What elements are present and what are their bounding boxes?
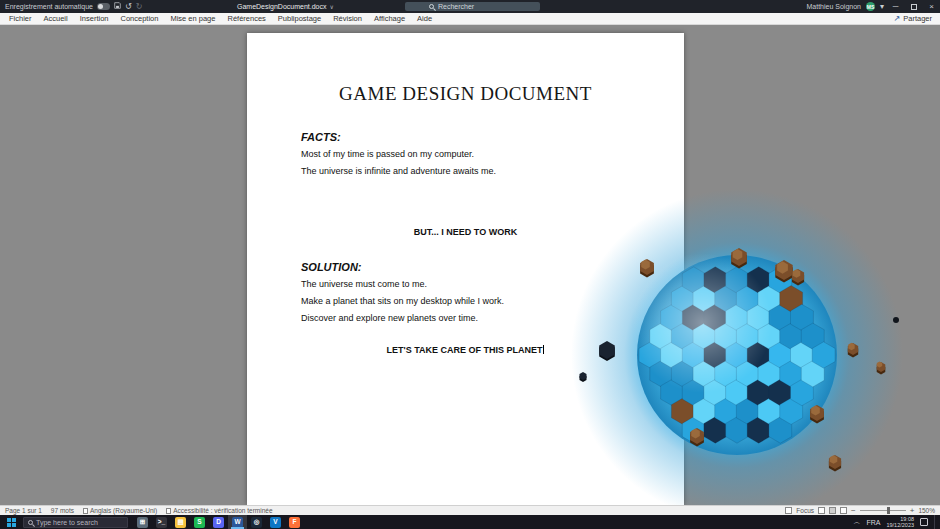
planet-widget[interactable] <box>552 173 924 505</box>
section-heading-facts: FACTS: <box>301 131 630 143</box>
zoom-in-button[interactable]: + <box>910 506 915 515</box>
share-button[interactable]: ↗ Partager <box>894 14 940 23</box>
share-icon: ↗ <box>894 14 901 23</box>
file-explorer-icon: ▤ <box>175 517 186 528</box>
autosave-toggle[interactable] <box>97 3 110 10</box>
taskbar-search-placeholder: Type here to search <box>36 519 98 526</box>
accessibility-label: Accessibilité : vérification terminée <box>173 507 272 514</box>
document-canvas: GAME DESIGN DOCUMENT FACTS: Most of my t… <box>0 25 940 505</box>
titlebar-right: Matthieu Soignon MS ▾ ─ × <box>807 0 939 13</box>
tab-conception[interactable]: Conception <box>114 13 164 25</box>
tab-fichier[interactable]: Fichier <box>3 13 38 25</box>
chevron-down-icon: ∨ <box>330 3 334 10</box>
quick-access-toolbar: Enregistrement automatique ↺ ↻ <box>5 0 142 13</box>
word-titlebar: Enregistrement automatique ↺ ↻ GameDesig… <box>0 0 940 13</box>
language-indicator[interactable]: Anglais (Royaume-Uni) <box>83 507 157 514</box>
statusbar-right: Focus − + 150% <box>785 506 935 515</box>
autosave-label: Enregistrement automatique <box>5 3 93 10</box>
tab-publipostage[interactable]: Publipostage <box>272 13 327 25</box>
zoom-slider[interactable] <box>860 510 906 511</box>
taskbar-app-vscode[interactable]: V <box>266 515 285 529</box>
taskbar-app-terminal[interactable]: >_ <box>152 515 171 529</box>
close-button[interactable]: × <box>925 0 938 13</box>
taskbar-app-discord[interactable]: D <box>209 515 228 529</box>
show-desktop-button[interactable] <box>934 515 938 529</box>
discord-icon: D <box>213 517 224 528</box>
search-icon <box>429 4 434 9</box>
taskbar-search[interactable]: Type here to search <box>23 517 128 528</box>
maximize-button[interactable] <box>907 0 920 13</box>
undo-icon[interactable]: ↺ <box>125 3 132 11</box>
tab-mise-en-page[interactable]: Mise en page <box>164 13 221 25</box>
share-label: Partager <box>903 14 932 23</box>
tab-accueil[interactable]: Accueil <box>38 13 74 25</box>
user-avatar[interactable]: MS <box>866 2 875 11</box>
zoom-slider-thumb[interactable] <box>887 507 890 514</box>
terminal-icon: >_ <box>156 517 167 528</box>
tab-affichage[interactable]: Affichage <box>368 13 411 25</box>
spellcheck-icon <box>83 508 88 514</box>
word-statusbar: Page 1 sur 1 97 mots Anglais (Royaume-Un… <box>0 505 940 515</box>
steam-icon: ◎ <box>251 517 262 528</box>
tab-revision[interactable]: Révision <box>327 13 368 25</box>
taskbar-apps: ⊞>_▤SDW◎VF <box>133 515 304 529</box>
tab-aide[interactable]: Aide <box>411 13 438 25</box>
tab-references[interactable]: Références <box>221 13 271 25</box>
taskbar-app-file-explorer[interactable]: ▤ <box>171 515 190 529</box>
document-title-text: GameDesignDocument.docx <box>237 3 327 10</box>
notification-center-icon[interactable] <box>920 518 928 526</box>
accessibility-status[interactable]: Accessibilité : vérification terminée <box>166 507 272 514</box>
minimize-button[interactable]: ─ <box>889 0 902 13</box>
save-icon[interactable] <box>114 2 121 11</box>
search-placeholder: Rechercher <box>438 3 474 10</box>
system-tray: ︿ FRA 19:08 19/12/2023 <box>853 515 940 529</box>
user-name[interactable]: Matthieu Soignon <box>807 3 861 10</box>
doc-heading: GAME DESIGN DOCUMENT <box>301 83 630 105</box>
taskbar-app-firefox[interactable]: F <box>285 515 304 529</box>
tray-language[interactable]: FRA <box>866 519 880 526</box>
ribbon-display-options-icon[interactable]: ▾ <box>880 3 884 11</box>
task-view-icon: ⊞ <box>137 517 148 528</box>
taskbar-search-icon <box>28 520 33 525</box>
word-count[interactable]: 97 mots <box>51 507 74 514</box>
zoom-out-button[interactable]: − <box>851 506 856 515</box>
accessibility-icon <box>166 508 171 514</box>
spotify-icon: S <box>194 517 205 528</box>
zoom-level[interactable]: 150% <box>918 507 935 514</box>
focus-label[interactable]: Focus <box>796 507 814 514</box>
taskbar-app-steam[interactable]: ◎ <box>247 515 266 529</box>
callout-text: LET'S TAKE CARE OF THIS PLANET <box>387 345 543 355</box>
taskbar-app-word[interactable]: W <box>228 515 247 529</box>
planet-graphic <box>552 173 924 505</box>
language-label: Anglais (Royaume-Uni) <box>90 507 157 514</box>
redo-icon[interactable]: ↻ <box>136 3 143 11</box>
document-title-button[interactable]: GameDesignDocument.docx ∨ <box>237 0 334 13</box>
web-layout-icon[interactable] <box>840 507 847 514</box>
windows-taskbar: Type here to search ⊞>_▤SDW◎VF ︿ FRA 19:… <box>0 515 940 529</box>
text-cursor <box>543 345 544 354</box>
tray-date: 19/12/2023 <box>886 522 914 529</box>
focus-icon[interactable] <box>785 507 792 514</box>
read-mode-icon[interactable] <box>818 507 825 514</box>
start-button[interactable] <box>0 515 22 529</box>
taskbar-app-spotify[interactable]: S <box>190 515 209 529</box>
ribbon-tabs: Fichier Accueil Insertion Conception Mis… <box>0 13 438 25</box>
hidden-icons-chevron[interactable]: ︿ <box>853 517 860 527</box>
search-box[interactable]: Rechercher <box>405 2 540 11</box>
windows-logo-icon <box>7 518 16 527</box>
page-indicator[interactable]: Page 1 sur 1 <box>5 507 42 514</box>
tray-clock[interactable]: 19:08 19/12/2023 <box>886 516 914 529</box>
vscode-icon: V <box>270 517 281 528</box>
desktop-screen: Enregistrement automatique ↺ ↻ GameDesig… <box>0 0 940 529</box>
tab-insertion[interactable]: Insertion <box>74 13 115 25</box>
paragraph: Most of my time is passed on my computer… <box>301 149 630 160</box>
word-icon: W <box>232 517 243 528</box>
taskbar-app-task-view[interactable]: ⊞ <box>133 515 152 529</box>
firefox-icon: F <box>289 517 300 528</box>
ribbon-tab-strip: Fichier Accueil Insertion Conception Mis… <box>0 13 940 25</box>
print-layout-icon[interactable] <box>829 507 836 514</box>
